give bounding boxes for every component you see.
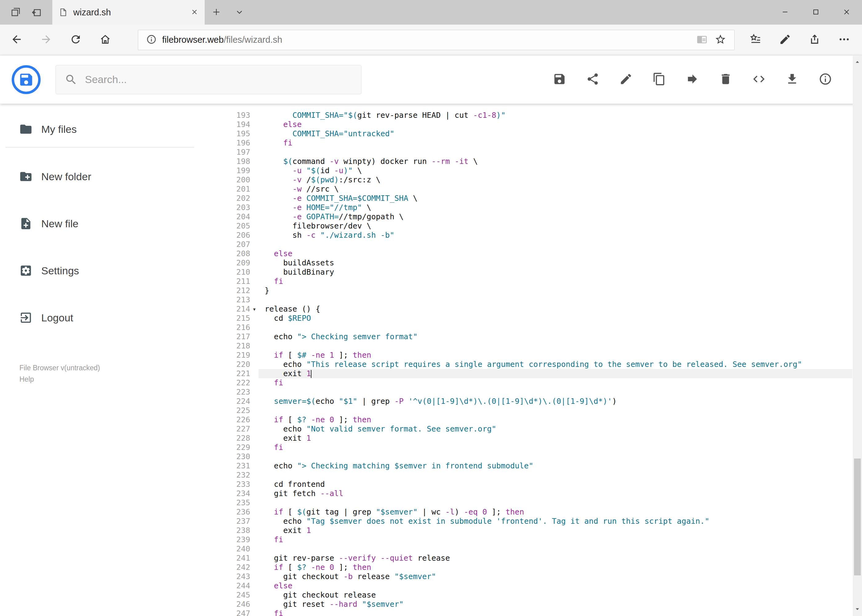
reading-view-button[interactable]	[693, 34, 711, 46]
favorite-button[interactable]	[711, 33, 730, 46]
share-button[interactable]	[800, 26, 829, 54]
code-line[interactable]: 193 COMMIT_SHA="$(git rev-parse HEAD | c…	[198, 111, 853, 120]
tab-preview-button[interactable]	[32, 7, 42, 18]
code-line[interactable]: 220 echo "This release script requires a…	[198, 360, 853, 369]
code-line[interactable]: 239 fi	[198, 535, 853, 544]
address-bar[interactable]: filebrowser.web/files/wizard.sh	[138, 30, 734, 50]
more-options-button[interactable]	[829, 26, 859, 54]
code-line[interactable]: 247 fi	[198, 609, 853, 616]
code-line[interactable]: 240	[198, 544, 853, 553]
code-line[interactable]: 194 else	[198, 120, 853, 129]
refresh-button[interactable]	[61, 26, 90, 54]
code-line[interactable]: 216	[198, 323, 853, 332]
fold-arrow-icon[interactable]: ▾	[250, 305, 258, 314]
tab-close-button[interactable]	[191, 8, 199, 17]
code-line[interactable]: 238 exit 1	[198, 526, 853, 535]
home-button[interactable]	[90, 26, 120, 54]
forward-button[interactable]	[32, 26, 61, 54]
code-line[interactable]: 228 exit 1	[198, 434, 853, 443]
code-line[interactable]: 245 git checkout release	[198, 591, 853, 600]
code-line[interactable]: 199 -u "$(id -u)" \	[198, 166, 853, 175]
scroll-down-button[interactable]	[853, 602, 862, 616]
url-text[interactable]: filebrowser.web/files/wizard.sh	[162, 35, 693, 45]
code-line[interactable]: 232	[198, 470, 853, 480]
code-line[interactable]: 217 echo "> Checking semver format"	[198, 332, 853, 341]
code-line[interactable]: 222 fi	[198, 378, 853, 388]
edit-button[interactable]	[619, 73, 633, 86]
code-line[interactable]: 198 $(command -v winpty) docker run --rm…	[198, 157, 853, 166]
info-button[interactable]	[819, 73, 832, 86]
code-line[interactable]: 218	[198, 341, 853, 350]
search-input[interactable]	[85, 74, 352, 85]
code-line[interactable]: 212}	[198, 286, 853, 295]
code-line[interactable]: 224 semver=$(echo "$1" | grep -P '^v(0|[…	[198, 397, 853, 406]
help-link[interactable]: Help	[19, 374, 198, 385]
code-line[interactable]: 241 git rev-parse --verify --quiet relea…	[198, 553, 853, 563]
sidebar-item-settings[interactable]: Settings	[0, 255, 198, 286]
copy-button[interactable]	[652, 73, 666, 86]
minimize-button[interactable]	[770, 0, 801, 25]
code-line[interactable]: 230	[198, 452, 853, 461]
code-line[interactable]: 204 -e GOPATH=//tmp/gopath \	[198, 212, 853, 222]
code-line[interactable]: 225	[198, 406, 853, 415]
browser-tab[interactable]: wizard.sh	[52, 0, 205, 25]
download-button[interactable]	[785, 73, 799, 86]
code-line[interactable]: 213	[198, 295, 853, 305]
code-line[interactable]: 221 exit 1	[198, 369, 853, 378]
code-line[interactable]: 233 cd frontend	[198, 480, 853, 489]
new-tab-button[interactable]	[205, 0, 228, 25]
code-line[interactable]: 215 cd $REPO	[198, 314, 853, 323]
code-line[interactable]: 202 -e COMMIT_SHA=$COMMIT_SHA \	[198, 194, 853, 203]
code-line[interactable]: 235	[198, 498, 853, 508]
maximize-button[interactable]	[801, 0, 831, 25]
code-line[interactable]: 210 buildBinary	[198, 267, 853, 277]
code-line[interactable]: 214▾release () {	[198, 305, 853, 314]
code-line[interactable]: 196 fi	[198, 138, 853, 148]
code-line[interactable]: 227 echo "Not valid semver format. See s…	[198, 424, 853, 434]
close-button[interactable]	[831, 0, 862, 25]
sidebar-item-new-folder[interactable]: New folder	[0, 161, 198, 192]
code-line[interactable]: 234 git fetch --all	[198, 489, 853, 498]
code-line[interactable]: 243 git checkout -b release "$semver"	[198, 572, 853, 581]
code-line[interactable]: 236 if [ $(git tag | grep "$semver" | wc…	[198, 508, 853, 517]
code-line[interactable]: 207	[198, 240, 853, 249]
code-line[interactable]: 205 filebrowser/dev \	[198, 222, 853, 231]
delete-button[interactable]	[719, 73, 733, 86]
sidebar-item-my-files[interactable]: My files	[0, 114, 198, 145]
code-line[interactable]: 226 if [ $? -ne 0 ]; then	[198, 415, 853, 424]
scrollbar-thumb[interactable]	[854, 459, 861, 575]
search-box[interactable]	[55, 65, 362, 94]
code-line[interactable]: 223	[198, 388, 853, 397]
scrollbar[interactable]	[853, 56, 862, 616]
code-line[interactable]: 237 echo "Tag $semver does not exist in …	[198, 517, 853, 526]
code-line[interactable]: 242 if [ $? -ne 0 ]; then	[198, 563, 853, 572]
sidebar-item-logout[interactable]: Logout	[0, 302, 198, 333]
code-line[interactable]: 195 COMMIT_SHA="untracked"	[198, 129, 853, 138]
code-line[interactable]: 244 else	[198, 581, 853, 591]
code-line[interactable]: 201 -w //src \	[198, 184, 853, 194]
code-line[interactable]: 211 fi	[198, 277, 853, 286]
code-line[interactable]: 200 -v /$(pwd):/src:z \	[198, 175, 853, 184]
filebrowser-logo[interactable]	[12, 65, 41, 94]
code-line[interactable]: 208 else	[198, 249, 853, 258]
site-info-button[interactable]	[142, 34, 160, 46]
code-line[interactable]: 246 git reset --hard "$semver"	[198, 600, 853, 609]
hub-button[interactable]	[741, 26, 770, 54]
tab-dropdown-button[interactable]	[228, 0, 251, 25]
code-line[interactable]: 219 if [ $# -ne 1 ]; then	[198, 350, 853, 360]
annotate-button[interactable]	[770, 26, 800, 54]
code-editor[interactable]: 193 COMMIT_SHA="$(git rev-parse HEAD | c…	[198, 104, 862, 616]
sidebar-item-new-file[interactable]: New file	[0, 208, 198, 239]
back-button[interactable]	[2, 26, 32, 54]
tabs-aside-button[interactable]	[11, 7, 21, 18]
code-line[interactable]: 203 -e HOME="//tmp" \	[198, 203, 853, 212]
scroll-up-button[interactable]	[853, 56, 862, 69]
code-line[interactable]: 206 sh -c "./wizard.sh -b"	[198, 231, 853, 240]
share-file-button[interactable]	[586, 73, 599, 86]
code-line[interactable]: 209 buildAssets	[198, 258, 853, 267]
code-line[interactable]: 229 fi	[198, 443, 853, 452]
save-button[interactable]	[553, 73, 566, 86]
code-button[interactable]	[752, 73, 766, 86]
move-button[interactable]	[686, 73, 699, 86]
code-line[interactable]: 197	[198, 148, 853, 157]
